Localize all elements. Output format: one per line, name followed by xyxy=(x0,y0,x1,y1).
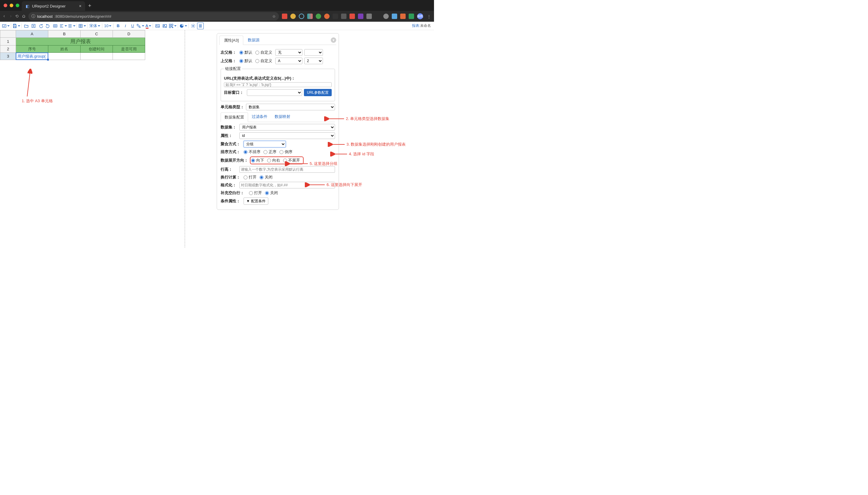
sort-none-radio[interactable]: 不排序 xyxy=(244,149,260,155)
row-header-2[interactable]: 2 xyxy=(0,46,16,53)
left-parent-default-radio[interactable]: 默认 xyxy=(239,50,252,55)
wrap-on-radio[interactable]: 打开 xyxy=(244,174,257,180)
home-button[interactable] xyxy=(22,14,26,19)
expand-down-radio[interactable]: 向下 xyxy=(251,158,264,163)
save-button[interactable] xyxy=(12,23,20,29)
new-tab-button[interactable]: + xyxy=(85,3,95,11)
panel-toggle-button[interactable] xyxy=(197,23,204,29)
dataset-select[interactable]: 用户报表 xyxy=(239,124,335,131)
cell-header[interactable]: 姓名 xyxy=(48,46,81,53)
undo-button[interactable] xyxy=(45,23,51,29)
cell-header[interactable]: 创建时间 xyxy=(81,46,113,53)
italic-button[interactable]: I xyxy=(122,23,129,29)
maximize-window-icon[interactable] xyxy=(16,4,19,7)
sort-asc-radio[interactable]: 正序 xyxy=(263,149,276,155)
extension-icon[interactable] xyxy=(282,14,287,19)
left-parent-index-select[interactable] xyxy=(304,49,323,56)
target-window-select[interactable] xyxy=(247,89,302,96)
wrap-off-radio[interactable]: 关闭 xyxy=(260,174,273,180)
row-header-3[interactable]: 3 xyxy=(0,53,16,60)
font-family-select[interactable]: 宋体 xyxy=(89,23,101,29)
extension-icon[interactable] xyxy=(299,14,304,19)
sort-desc-radio[interactable]: 倒序 xyxy=(279,149,292,155)
settings-button[interactable] xyxy=(190,23,196,29)
cell-D3[interactable] xyxy=(113,53,145,60)
extension-icon[interactable] xyxy=(307,14,313,19)
extension-icon[interactable] xyxy=(366,14,372,19)
redo-button[interactable] xyxy=(37,23,44,29)
top-parent-default-radio[interactable]: 默认 xyxy=(239,58,252,64)
col-header-B[interactable]: B xyxy=(48,31,81,38)
qrcode-button[interactable] xyxy=(169,23,177,29)
extension-icon[interactable] xyxy=(290,14,296,19)
profile-avatar[interactable]: 扬凯 xyxy=(417,13,423,19)
extension-icon[interactable] xyxy=(392,14,397,19)
top-parent-row-select[interactable]: 2 xyxy=(304,57,323,64)
extension-icon[interactable] xyxy=(341,14,346,19)
row-header-1[interactable]: 1 xyxy=(0,38,16,46)
subtab-filter[interactable]: 过滤条件 xyxy=(248,112,271,122)
close-window-icon[interactable] xyxy=(4,4,7,7)
tab-properties[interactable]: 属性[A3] xyxy=(219,36,243,45)
back-button[interactable] xyxy=(2,14,6,19)
expand-right-radio[interactable]: 向右 xyxy=(267,158,280,163)
cell-C3[interactable] xyxy=(81,53,113,60)
extension-icon[interactable] xyxy=(316,14,321,19)
open-button[interactable] xyxy=(23,23,30,29)
cell-header[interactable]: 是否可用 xyxy=(113,46,145,53)
site-info-icon[interactable]: ⓘ xyxy=(31,14,35,19)
col-header-C[interactable]: C xyxy=(81,31,113,38)
extension-icon[interactable] xyxy=(375,14,380,19)
subtab-dataset-config[interactable]: 数据集配置 xyxy=(220,113,248,122)
attribute-select[interactable]: id xyxy=(239,132,335,139)
cell-title[interactable]: 用户报表 xyxy=(16,38,145,46)
close-tab-icon[interactable]: × xyxy=(79,4,81,8)
cell-header[interactable]: 序号 xyxy=(16,46,48,53)
cell-type-select[interactable]: 数据集 xyxy=(246,104,335,110)
left-parent-custom-radio[interactable]: 自定义 xyxy=(255,50,272,55)
import-button[interactable] xyxy=(30,23,37,29)
fill-off-radio[interactable]: 关闭 xyxy=(265,190,278,195)
extension-icon[interactable] xyxy=(324,14,330,19)
cell-B3[interactable] xyxy=(48,53,81,60)
extension-icon[interactable] xyxy=(332,14,338,19)
image2-button[interactable] xyxy=(162,23,168,29)
left-parent-select[interactable]: 无 xyxy=(275,49,302,56)
url-param-button[interactable]: URL参数配置 xyxy=(304,89,332,96)
grid-corner[interactable] xyxy=(0,31,16,38)
border-button[interactable] xyxy=(78,23,86,29)
minimize-window-icon[interactable] xyxy=(10,4,13,7)
aggregate-select[interactable]: 分组 xyxy=(244,141,286,148)
top-parent-custom-radio[interactable]: 自定义 xyxy=(255,58,272,64)
preview-button[interactable] xyxy=(2,23,10,29)
subtab-mapping[interactable]: 数据映射 xyxy=(271,112,294,122)
fill-on-radio[interactable]: 打开 xyxy=(249,190,262,195)
merge-cells-button[interactable] xyxy=(52,23,59,29)
extension-icon[interactable] xyxy=(358,14,363,19)
top-parent-col-select[interactable]: A xyxy=(275,57,302,64)
align-button[interactable] xyxy=(59,23,67,29)
font-size-select[interactable]: 10 xyxy=(103,23,112,29)
cell-A3[interactable]: 用户报表.group( xyxy=(16,53,48,60)
rowheight-input[interactable] xyxy=(239,166,335,173)
url-input[interactable] xyxy=(224,82,332,87)
reload-button[interactable] xyxy=(15,14,19,19)
fill-handle[interactable] xyxy=(47,59,49,61)
chart-button[interactable] xyxy=(179,23,187,29)
collapse-panel-icon[interactable]: ▾ xyxy=(331,37,336,43)
browser-tab[interactable]: ◧ UReport2 Designer × xyxy=(22,1,85,11)
image-button[interactable] xyxy=(154,23,161,29)
extension-icon[interactable] xyxy=(383,14,389,19)
spreadsheet-grid[interactable]: A B C D 1 用户报表 2 序号 姓名 创建时间 是否可用 3 用户报表.… xyxy=(0,30,145,60)
col-header-A[interactable]: A xyxy=(16,31,48,38)
extension-icon[interactable] xyxy=(400,14,406,19)
puzzle-icon[interactable] xyxy=(409,14,414,19)
valign-button[interactable] xyxy=(68,23,76,29)
underline-button[interactable]: U xyxy=(129,23,136,29)
bgcolor-button[interactable] xyxy=(136,23,144,29)
configure-condition-button[interactable]: ▼ 配置条件 xyxy=(244,198,268,205)
bookmark-icon[interactable]: ☆ xyxy=(272,14,276,19)
extension-icon[interactable] xyxy=(349,14,355,19)
forecolor-button[interactable]: A xyxy=(145,23,151,29)
col-header-D[interactable]: D xyxy=(113,31,145,38)
